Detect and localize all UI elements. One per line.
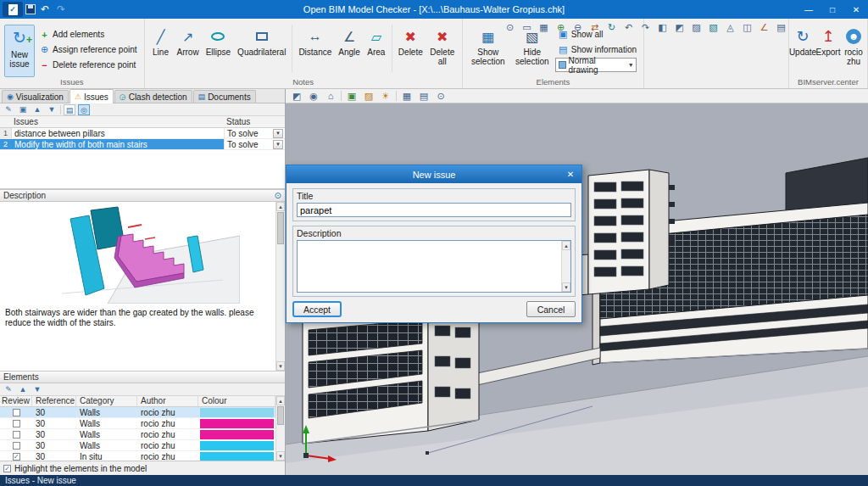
- review-checkbox[interactable]: [13, 420, 20, 427]
- cancel-button[interactable]: Cancel: [526, 301, 576, 317]
- line-button[interactable]: ╱ Line: [149, 25, 173, 59]
- colour-swatch[interactable]: [200, 430, 274, 439]
- move-up-icon[interactable]: ▲: [31, 104, 43, 115]
- grid-icon[interactable]: ▦: [400, 91, 414, 102]
- add-elements-button[interactable]: + Add elements: [36, 27, 140, 42]
- next-view-icon[interactable]: ↷: [638, 20, 653, 34]
- description-scrollbar[interactable]: ▲ ▼: [275, 202, 285, 371]
- export-button[interactable]: ↥ Export: [816, 25, 840, 59]
- element-down-icon[interactable]: ▼: [31, 384, 43, 395]
- chevron-down-icon[interactable]: ▼: [273, 140, 283, 149]
- textures-icon[interactable]: ▨: [362, 91, 376, 102]
- scroll-up-icon[interactable]: ▲: [276, 202, 285, 211]
- pan-icon[interactable]: ⇄: [587, 20, 602, 34]
- redo-icon[interactable]: ↷: [54, 3, 68, 15]
- walkthrough-icon[interactable]: ⌂: [324, 91, 337, 101]
- issue-row-selected[interactable]: 2 Modify the width of both main stairs T…: [0, 139, 285, 150]
- isometric-view-icon[interactable]: ◩: [672, 20, 687, 34]
- quadrilateral-button[interactable]: Quadrilateral: [235, 25, 288, 59]
- close-button[interactable]: ✕: [844, 0, 868, 19]
- scroll-thumb[interactable]: [277, 212, 284, 244]
- center-model-icon[interactable]: ⊙: [434, 91, 448, 102]
- highlight-checkbox[interactable]: ✓: [3, 465, 11, 472]
- colour-swatch[interactable]: [200, 419, 274, 428]
- new-issue-button[interactable]: ↻+ New issue: [4, 25, 35, 77]
- assign-reference-point-button[interactable]: ⊕ Assign reference point: [36, 42, 140, 57]
- review-checkbox[interactable]: ✓: [13, 453, 20, 461]
- app-icon[interactable]: ✓: [3, 2, 23, 17]
- chevron-down-icon[interactable]: ▼: [273, 129, 283, 138]
- area-button[interactable]: ▱ Area: [364, 25, 388, 59]
- zoom-out-icon[interactable]: ⊖: [570, 20, 585, 34]
- ellipse-button[interactable]: Ellipse: [203, 25, 233, 59]
- element-row[interactable]: 30 Walls rocio zhu: [0, 429, 275, 440]
- element-row[interactable]: 30 Walls rocio zhu: [0, 418, 275, 429]
- element-row[interactable]: 30 Walls rocio zhu: [0, 407, 275, 418]
- section-icon[interactable]: ◫: [740, 20, 754, 34]
- magnifier-icon[interactable]: ⊙: [275, 191, 281, 200]
- tab-visualization[interactable]: ◉ Visualization: [2, 90, 69, 103]
- scroll-down-icon[interactable]: ▼: [276, 451, 285, 461]
- delete-reference-point-button[interactable]: − Delete reference point: [36, 58, 140, 72]
- review-checkbox[interactable]: [13, 431, 20, 439]
- undo-icon[interactable]: ↶: [38, 3, 52, 15]
- edit-issue-icon[interactable]: ✎: [3, 104, 14, 115]
- arrow-button[interactable]: ↗ Arrow: [175, 25, 202, 59]
- shaded-view-icon[interactable]: ▧: [706, 20, 721, 34]
- dialog-title-bar[interactable]: New issue ✕: [287, 165, 581, 183]
- view-cube-icon[interactable]: ◩: [290, 91, 303, 102]
- show-information-button[interactable]: ▤ Show information: [555, 42, 639, 57]
- issue-snapshot-icon[interactable]: ▤: [64, 104, 75, 115]
- camera-icon[interactable]: ▤: [417, 91, 431, 102]
- angle-button[interactable]: ∠ Angle: [336, 25, 363, 59]
- title-input[interactable]: [297, 203, 571, 217]
- status-select[interactable]: To solve ▼: [224, 128, 285, 138]
- scroll-up-icon[interactable]: ▲: [562, 241, 570, 250]
- tab-issues[interactable]: ⚠ Issues: [70, 89, 114, 103]
- status-select[interactable]: To solve ▼: [224, 139, 285, 149]
- previous-view-icon[interactable]: ↶: [621, 20, 636, 34]
- issue-row[interactable]: 1 distance between pillars To solve ▼: [0, 128, 285, 139]
- scroll-thumb[interactable]: [277, 406, 284, 425]
- accept-button[interactable]: Accept: [292, 301, 342, 317]
- drawing-mode-select[interactable]: Normal drawing ▼: [555, 58, 637, 72]
- colour-swatch[interactable]: [200, 408, 274, 417]
- tab-documents[interactable]: ▤ Documents: [193, 90, 256, 103]
- zoom-window-icon[interactable]: ▭: [520, 20, 534, 34]
- orbit-icon[interactable]: ↻: [604, 20, 619, 34]
- delete-all-notes-button[interactable]: ✖ Delete all: [427, 25, 458, 68]
- scroll-down-icon[interactable]: ▼: [276, 361, 285, 371]
- measure-icon[interactable]: ∠: [757, 20, 771, 34]
- save-icon[interactable]: [25, 4, 36, 14]
- description-textarea[interactable]: ▲ ▼: [297, 240, 571, 293]
- elements-scrollbar[interactable]: ▲ ▼: [275, 396, 285, 461]
- user-account-button[interactable]: ☻ rocio zhu: [842, 25, 865, 68]
- display-options-icon[interactable]: ▤: [774, 20, 788, 34]
- element-up-icon[interactable]: ▲: [17, 384, 29, 395]
- colour-swatch[interactable]: [200, 452, 274, 461]
- maximize-button[interactable]: □: [821, 0, 844, 19]
- front-view-icon[interactable]: ◧: [655, 20, 670, 34]
- scroll-up-icon[interactable]: ▲: [276, 396, 285, 405]
- textarea-scrollbar[interactable]: ▲ ▼: [561, 241, 570, 292]
- scroll-down-icon[interactable]: ▼: [562, 282, 570, 292]
- minimize-button[interactable]: —: [797, 0, 821, 19]
- locate-issue-icon[interactable]: ◎: [78, 104, 90, 115]
- zoom-extents-icon[interactable]: ▦: [537, 20, 551, 34]
- review-checkbox[interactable]: [13, 442, 20, 450]
- update-button[interactable]: ↻ Update: [791, 25, 815, 59]
- distance-button[interactable]: ↔ Distance: [296, 25, 334, 59]
- duplicate-issue-icon[interactable]: ▣: [17, 104, 29, 115]
- find-icon[interactable]: ⊙: [503, 20, 517, 34]
- edit-element-icon[interactable]: ✎: [3, 384, 14, 395]
- element-row[interactable]: 30 Walls rocio zhu: [0, 440, 275, 451]
- sun-icon[interactable]: ☀: [379, 91, 392, 102]
- move-down-icon[interactable]: ▼: [46, 104, 58, 115]
- perspective-icon[interactable]: ◬: [723, 20, 737, 34]
- review-checkbox[interactable]: [13, 409, 20, 416]
- select-icon[interactable]: ▣: [345, 91, 359, 102]
- colour-swatch[interactable]: [200, 441, 274, 450]
- zoom-in-icon[interactable]: ⊕: [554, 20, 568, 34]
- visibility-icon[interactable]: ◉: [307, 91, 320, 102]
- delete-note-button[interactable]: ✖ Delete: [396, 25, 426, 59]
